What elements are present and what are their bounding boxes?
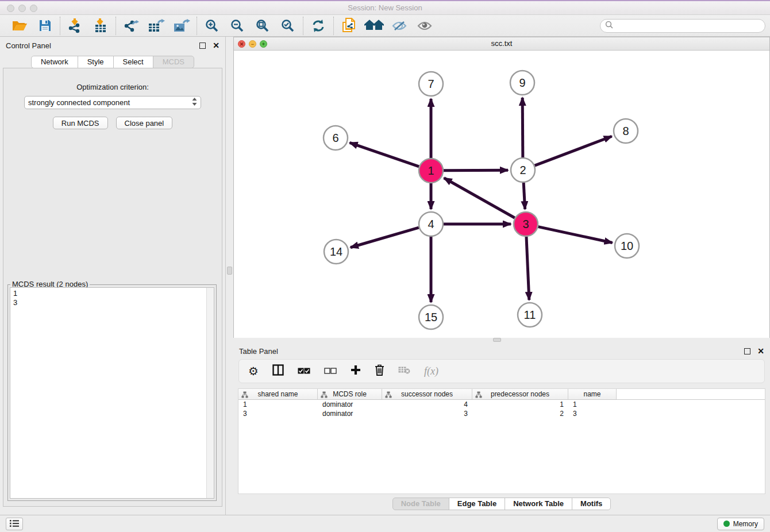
table-tabs: Node TableEdge TableNetwork TableMotifs: [233, 498, 770, 510]
import-network-button[interactable]: [67, 17, 84, 34]
show-columns-button[interactable]: [272, 364, 284, 378]
refresh-network-button[interactable]: [310, 17, 327, 34]
network-edge-2-8[interactable]: [535, 136, 612, 165]
table-cell[interactable]: dominator: [318, 409, 382, 418]
function-builder-button[interactable]: f(x): [424, 365, 438, 377]
search-field[interactable]: [600, 19, 765, 33]
table-cell[interactable]: 2: [472, 409, 568, 418]
splitter-grip[interactable]: [227, 267, 232, 275]
node-label-14: 14: [330, 245, 342, 258]
table-row[interactable]: 3dominator323: [238, 409, 765, 418]
close-network-button[interactable]: ✕: [238, 40, 245, 48]
zoom-selected-button[interactable]: [279, 17, 297, 34]
memory-button[interactable]: Memory: [717, 518, 764, 530]
table-cell[interactable]: dominator: [318, 400, 382, 409]
close-panel-button[interactable]: Close panel: [116, 117, 173, 129]
table-toolbar: ⚙ f(x): [238, 359, 765, 383]
network-title: scc.txt: [234, 37, 769, 50]
save-session-button[interactable]: [36, 17, 53, 34]
node-label-1: 1: [428, 164, 434, 177]
control-panel-title: Control Panel: [6, 41, 51, 50]
tab-network[interactable]: Network: [31, 56, 78, 68]
node-label-10: 10: [621, 240, 633, 252]
column-header-successor-nodes[interactable]: successor nodes: [382, 389, 472, 399]
hide-panels-button[interactable]: [391, 17, 408, 34]
tab-motifs[interactable]: Motifs: [572, 498, 611, 510]
tab-style[interactable]: Style: [78, 56, 114, 68]
node-label-15: 15: [425, 311, 437, 323]
column-label: predecessor nodes: [472, 390, 568, 398]
network-canvas[interactable]: 7968124314101511: [234, 51, 769, 340]
table-header-row: shared nameMCDS rolesuccessor nodesprede…: [238, 389, 765, 400]
zoom-in-button[interactable]: [203, 17, 221, 34]
zoom-selected-icon: [281, 19, 295, 33]
export-table-button[interactable]: [148, 17, 165, 34]
tab-edge-table[interactable]: Edge Table: [449, 498, 505, 510]
zoom-fit-button[interactable]: [254, 17, 271, 34]
import-table-button[interactable]: [92, 17, 109, 34]
table-row[interactable]: 1dominator411: [238, 400, 765, 409]
splitter-grip[interactable]: [493, 338, 501, 342]
optimization-criterion-label: Optimization criterion:: [3, 83, 222, 91]
maximize-network-button[interactable]: +: [260, 40, 267, 48]
trash-icon: [375, 364, 384, 378]
close-panel-icon[interactable]: ✕: [213, 41, 220, 49]
float-panel-icon[interactable]: [199, 43, 206, 49]
column-header-MCDS-role[interactable]: MCDS role: [318, 389, 382, 399]
delete-table-button[interactable]: [398, 366, 410, 376]
network-edge-2-3[interactable]: [523, 183, 525, 209]
table-cell[interactable]: 1: [472, 400, 568, 409]
export-image-button[interactable]: [173, 17, 190, 34]
minimize-window-button[interactable]: [18, 5, 26, 12]
optimization-criterion-select[interactable]: strongly connected component: [24, 96, 201, 109]
table-settings-button[interactable]: ⚙: [248, 365, 259, 377]
select-all-button[interactable]: [298, 366, 310, 376]
minimize-network-button[interactable]: −: [249, 40, 256, 48]
duplicate-network-button[interactable]: [340, 17, 357, 34]
close-window-button[interactable]: [7, 5, 14, 12]
window-title: Session: New Session: [0, 1, 770, 14]
export-network-button[interactable]: [122, 17, 140, 34]
network-edge-3-10[interactable]: [538, 227, 613, 243]
table-cell[interactable]: 1: [568, 400, 617, 409]
network-edge-3-1[interactable]: [444, 178, 515, 218]
network-edge-1-2[interactable]: [444, 170, 508, 171]
network-edge-3-11[interactable]: [526, 237, 529, 300]
deselect-all-button[interactable]: [324, 366, 337, 376]
hierarchy-icon: [241, 391, 248, 400]
table-cell[interactable]: 3: [568, 409, 617, 418]
column-header-name[interactable]: name: [568, 389, 617, 399]
column-header-predecessor-nodes[interactable]: predecessor nodes: [472, 389, 568, 399]
open-session-button[interactable]: [11, 17, 28, 34]
tab-select[interactable]: Select: [113, 56, 153, 68]
horizontal-splitter[interactable]: [233, 338, 770, 342]
zoom-out-button[interactable]: [229, 17, 246, 34]
search-input[interactable]: [616, 21, 760, 30]
result-scrollbar[interactable]: [206, 288, 214, 498]
node-label-2: 2: [519, 164, 526, 176]
tab-mcds[interactable]: MCDS: [153, 56, 194, 68]
column-header-shared-name[interactable]: shared name: [238, 389, 318, 399]
reset-home-button[interactable]: [365, 17, 383, 34]
tab-node-table[interactable]: Node Table: [392, 498, 449, 510]
table-cell[interactable]: 4: [382, 400, 472, 409]
maximize-window-button[interactable]: [30, 5, 37, 12]
float-panel-icon[interactable]: [744, 348, 750, 354]
home-icon: [364, 20, 384, 32]
network-edge-1-6[interactable]: [350, 142, 419, 166]
run-mcds-button[interactable]: Run MCDS: [53, 117, 108, 129]
network-edge-4-14[interactable]: [351, 228, 419, 248]
close-panel-icon[interactable]: ✕: [757, 347, 764, 355]
vertical-splitter[interactable]: [226, 37, 233, 515]
network-edge-2-9[interactable]: [522, 98, 523, 157]
hierarchy-icon: [385, 391, 392, 400]
mcds-result-list[interactable]: 13: [10, 287, 214, 499]
table-cell[interactable]: 3: [238, 409, 318, 418]
task-history-button[interactable]: [6, 518, 23, 530]
show-panels-button[interactable]: [416, 17, 433, 34]
table-cell[interactable]: 1: [238, 400, 318, 409]
delete-row-button[interactable]: [375, 364, 384, 378]
add-row-button[interactable]: [351, 365, 361, 377]
tab-network-table[interactable]: Network Table: [505, 498, 572, 510]
table-cell[interactable]: 3: [382, 409, 472, 418]
